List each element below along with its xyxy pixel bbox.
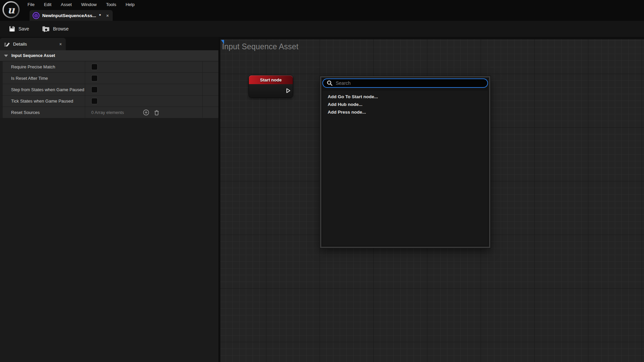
svg-text:u: u <box>7 4 15 16</box>
property-label: Require Precise Match <box>3 61 85 72</box>
document-tabstrip: NewInputSequenceAss... * × <box>30 10 113 21</box>
start-node[interactable]: Start node <box>249 75 293 98</box>
details-tab[interactable]: Details × <box>0 38 66 50</box>
menu-help[interactable]: Help <box>121 2 139 7</box>
search-icon <box>327 80 333 86</box>
save-icon <box>9 25 15 32</box>
step-from-states-checkbox[interactable] <box>91 86 98 93</box>
details-empty-area <box>0 118 218 362</box>
clear-array-trash-icon[interactable] <box>154 110 159 116</box>
array-elements-count: 0 Array elements <box>91 110 138 115</box>
save-button[interactable]: Save <box>5 23 33 34</box>
menu-tools[interactable]: Tools <box>101 2 121 7</box>
property-label: Tick States when Game Paused <box>3 96 85 107</box>
asset-toolbar: Save Browse <box>0 21 644 37</box>
add-array-element-icon[interactable] <box>143 109 149 116</box>
property-label: Reset Sources <box>3 107 85 118</box>
section-input-sequence-asset[interactable]: Input Sequence Asset <box>0 50 218 61</box>
browse-button[interactable]: Browse <box>39 23 72 34</box>
search-input[interactable] <box>336 80 484 86</box>
details-pencil-icon <box>4 42 10 47</box>
main-menu-bar: File Edit Asset Window Tools Help <box>23 0 139 9</box>
tab-new-input-sequence-asset[interactable]: NewInputSequenceAss... * × <box>30 10 113 21</box>
collapse-arrow-icon <box>4 55 8 57</box>
context-menu-search-row <box>321 77 489 89</box>
is-reset-after-time-checkbox[interactable] <box>91 75 98 81</box>
tick-states-checkbox[interactable] <box>91 98 98 104</box>
details-close-icon[interactable]: × <box>59 42 62 47</box>
section-title: Input Sequence Asset <box>11 53 55 58</box>
graph-canvas[interactable]: Input Sequence Asset Start node <box>220 39 644 362</box>
property-row-step-from-states: Step from States when Game Paused <box>0 84 218 96</box>
details-tabrow: Details × <box>0 37 218 50</box>
property-row-tick-states: Tick States when Game Paused <box>0 96 218 107</box>
require-precise-match-checkbox[interactable] <box>91 64 98 70</box>
editor-content: Details × Input Sequence Asset Require P… <box>0 37 644 362</box>
save-label: Save <box>18 26 29 32</box>
context-menu-list: Add Go To Start node... Add Hub node... … <box>322 90 488 246</box>
property-label: Step from States when Game Paused <box>3 84 85 95</box>
graph-watermark: Input Sequence Asset <box>222 42 299 51</box>
property-row-require-precise-match: Require Precise Match <box>0 61 218 73</box>
menu-option-add-go-to-start-node[interactable]: Add Go To Start node... <box>322 93 488 101</box>
menu-file[interactable]: File <box>23 2 39 7</box>
property-row-is-reset-after-time: Is Reset After Time <box>0 73 218 84</box>
menu-window[interactable]: Window <box>76 2 101 7</box>
details-tab-title: Details <box>13 42 27 47</box>
graph-context-menu: Add Go To Start node... Add Hub node... … <box>320 76 490 248</box>
details-panel: Details × Input Sequence Asset Require P… <box>0 37 218 362</box>
unsaved-marker: * <box>99 13 101 18</box>
menu-option-add-hub-node[interactable]: Add Hub node... <box>322 101 488 108</box>
property-row-reset-sources: Reset Sources 0 Array elements <box>0 107 218 118</box>
start-node-header[interactable]: Start node <box>249 75 293 84</box>
search-box[interactable] <box>322 78 488 88</box>
tab-close-icon[interactable]: × <box>106 13 109 18</box>
menu-edit[interactable]: Edit <box>39 2 56 7</box>
property-label: Is Reset After Time <box>3 73 85 84</box>
asset-class-icon <box>33 12 40 19</box>
exec-output-pin-icon[interactable] <box>286 88 291 95</box>
menu-asset[interactable]: Asset <box>56 2 76 7</box>
browse-label: Browse <box>53 26 69 32</box>
tab-title: NewInputSequenceAss... <box>42 13 96 18</box>
menu-option-add-press-node[interactable]: Add Press node... <box>322 108 488 116</box>
unreal-editor-window: u File Edit Asset Window Tools Help NewI… <box>0 0 644 362</box>
unreal-engine-logo-icon: u <box>2 1 20 19</box>
browse-icon <box>42 25 50 32</box>
